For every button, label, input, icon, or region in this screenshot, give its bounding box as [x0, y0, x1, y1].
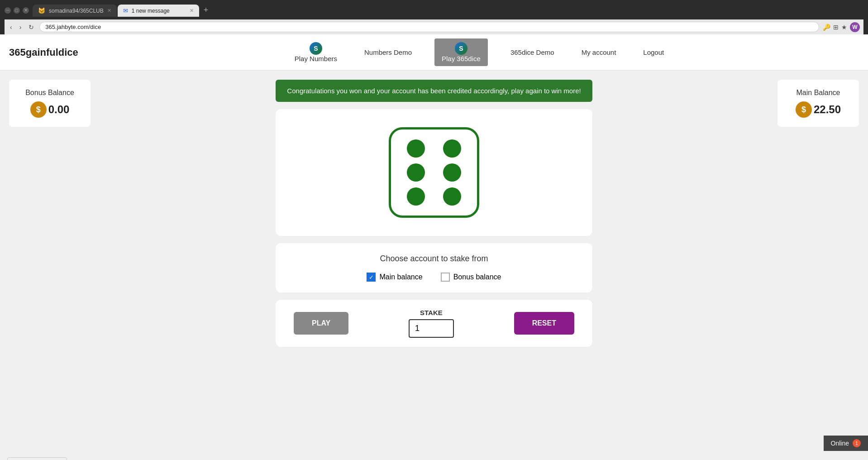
address-input[interactable] — [39, 22, 819, 32]
bonus-balance-amount: $ 0.00 — [20, 101, 80, 118]
main-nav: S Play Numbers Numbers Demo S Play 365di… — [100, 38, 859, 66]
tabs-bar: 🐱 somadina94/365CLUB ✕ ✉ 1 new message ✕… — [33, 4, 212, 17]
online-count-badge: 1 — [853, 439, 861, 447]
extend-icon[interactable]: ⊞ — [833, 24, 839, 31]
bonus-balance-card: Bonus Balance $ 0.00 — [9, 80, 91, 127]
dice-dot-5 — [407, 187, 425, 206]
refresh-button[interactable]: ↻ — [27, 23, 36, 32]
stake-title: Choose account to stake from — [294, 254, 574, 264]
nav-numbers-demo-label: Numbers Demo — [364, 48, 412, 56]
close-button[interactable]: ✕ — [23, 7, 29, 14]
translate-section: Select Language Powered by Google Transl… — [7, 457, 80, 460]
nav-play-numbers-label: Play Numbers — [295, 55, 337, 62]
maximize-button[interactable]: □ — [14, 7, 20, 14]
nav-play-365dice[interactable]: S Play 365dice — [434, 38, 488, 66]
tab-close-github[interactable]: ✕ — [107, 8, 111, 14]
browser-chrome: ─ □ ✕ 🐱 somadina94/365CLUB ✕ ✉ 1 new mes… — [0, 0, 868, 34]
app-header: 365gainfuldice S Play Numbers Numbers De… — [0, 34, 868, 71]
dice-dot-6 — [443, 187, 461, 206]
main-balance-value: 22.50 — [814, 103, 841, 116]
main-dollar-icon: $ — [796, 101, 812, 118]
nav-play-365dice-label: Play 365dice — [442, 55, 481, 62]
bonus-dollar-icon: $ — [30, 101, 47, 118]
bookmark-icon[interactable]: ★ — [841, 24, 847, 31]
forward-button[interactable]: › — [18, 23, 24, 32]
stake-input[interactable] — [409, 319, 454, 338]
nav-play-numbers[interactable]: S Play Numbers — [290, 40, 342, 64]
online-label: Online — [831, 440, 849, 447]
play-numbers-icon: S — [310, 42, 322, 55]
center-content: Congratulations you won and your account… — [100, 80, 768, 445]
main-balance-option-label: Main balance — [379, 273, 422, 281]
nav-my-account-label: My account — [582, 48, 616, 56]
user-avatar[interactable]: W — [850, 22, 860, 32]
dice-dot-3 — [407, 163, 425, 182]
browser-tab-github[interactable]: 🐱 somadina94/365CLUB ✕ — [33, 5, 117, 17]
browser-tab-message[interactable]: ✉ 1 new message ✕ — [118, 5, 199, 17]
play-button[interactable]: PLAY — [294, 312, 348, 335]
bonus-balance-value: 0.00 — [48, 103, 70, 116]
stake-label: STAKE — [420, 309, 443, 316]
browser-actions: 🔑 ⊞ ★ W — [823, 22, 860, 32]
stake-input-group: STAKE — [409, 309, 454, 338]
tab-close-message[interactable]: ✕ — [190, 8, 194, 14]
nav-logout[interactable]: Logout — [639, 47, 668, 58]
nav-365dice-demo[interactable]: 365dice Demo — [506, 47, 559, 58]
dice-face — [389, 127, 479, 218]
success-message: Congratulations you won and your account… — [287, 87, 581, 95]
bonus-balance-label: Bonus Balance — [20, 89, 80, 97]
nav-my-account[interactable]: My account — [577, 47, 621, 58]
app-main: Bonus Balance $ 0.00 Congratulations you… — [0, 71, 868, 454]
tab-label-github: somadina94/365CLUB — [49, 8, 104, 14]
reset-button[interactable]: RESET — [514, 312, 574, 335]
main-balance-option: ✓ Main balance — [367, 273, 422, 282]
success-banner: Congratulations you won and your account… — [276, 80, 592, 102]
dice-card — [276, 109, 592, 236]
dice-dot-2 — [443, 139, 461, 158]
online-badge: Online 1 — [824, 436, 868, 451]
nav-numbers-demo[interactable]: Numbers Demo — [360, 47, 416, 58]
main-balance-checkbox[interactable]: ✓ — [367, 273, 376, 282]
tab-favicon-github: 🐱 — [38, 7, 45, 14]
tab-label-message: 1 new message — [132, 8, 170, 14]
main-balance-label: Main Balance — [788, 89, 848, 97]
back-button[interactable]: ‹ — [8, 23, 14, 32]
language-select[interactable]: Select Language — [7, 457, 67, 460]
nav-logout-label: Logout — [643, 48, 664, 56]
play-controls: PLAY STAKE RESET — [276, 300, 592, 347]
nav-365dice-demo-label: 365dice Demo — [510, 48, 554, 56]
footer: Select Language Powered by Google Transl… — [0, 454, 868, 460]
address-bar-row: ‹ › ↻ 🔑 ⊞ ★ W — [5, 19, 863, 34]
key-icon[interactable]: 🔑 — [823, 24, 830, 31]
stake-card: Choose account to stake from ✓ Main bala… — [276, 243, 592, 292]
app-logo: 365gainfuldice — [9, 47, 100, 58]
dice-dot-4 — [443, 163, 461, 182]
tab-favicon-message: ✉ — [123, 7, 128, 14]
bonus-balance-option-label: Bonus balance — [453, 273, 501, 281]
play-365dice-icon: S — [455, 42, 467, 55]
window-controls: ─ □ ✕ — [5, 7, 29, 14]
main-balance-card: Main Balance $ 22.50 — [777, 80, 859, 127]
minimize-button[interactable]: ─ — [5, 7, 11, 14]
title-bar: ─ □ ✕ 🐱 somadina94/365CLUB ✕ ✉ 1 new mes… — [5, 4, 863, 17]
new-tab-button[interactable]: + — [200, 4, 212, 17]
stake-options: ✓ Main balance Bonus balance — [294, 273, 574, 282]
bonus-balance-checkbox[interactable] — [441, 273, 450, 282]
dice-dot-1 — [407, 139, 425, 158]
bonus-balance-option: Bonus balance — [441, 273, 501, 282]
main-balance-amount: $ 22.50 — [788, 101, 848, 118]
